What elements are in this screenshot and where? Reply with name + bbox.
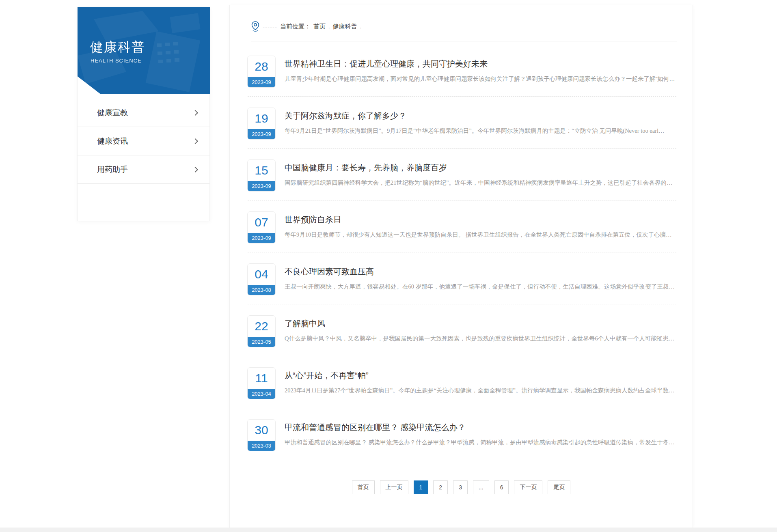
pagination-page-3-button[interactable]: 3 — [453, 480, 468, 494]
pagination-first-button[interactable]: 首页 — [352, 480, 375, 494]
date-day: 04 — [248, 264, 275, 285]
date-year-month: 2023-04 — [248, 389, 275, 399]
article-row[interactable]: 11 2023-04 从“心”开始，不再害“帕” 2023年4月11日是第27个… — [248, 356, 676, 408]
article-row[interactable]: 15 2023-09 中国脑健康月：要长寿，先养脑，养脑度百岁 国际脑研究组织第… — [248, 149, 676, 200]
date-day: 28 — [248, 56, 275, 77]
article-row[interactable]: 28 2023-09 世界精神卫生日：促进儿童心理健康，共同守护美好未来 儿童青… — [248, 45, 676, 97]
date-day: 11 — [248, 368, 275, 389]
date-day: 30 — [248, 420, 275, 441]
pagination-ellipsis-button[interactable]: ... — [473, 480, 489, 494]
article-row[interactable]: 07 2023-09 世界预防自杀日 每年9月10日是教师节，却很少有人知道这一… — [248, 200, 676, 252]
sidebar-title: 健康科普 — [90, 39, 145, 56]
breadcrumb-dashes: ------ — [263, 23, 277, 30]
date-badge: 11 2023-04 — [248, 368, 275, 399]
date-year-month: 2023-08 — [248, 285, 275, 295]
pagination-page-6-button[interactable]: 6 — [494, 480, 509, 494]
article-summary: 儿童青少年时期是心理健康问题高发期，面对常见的儿童心理健康问题家长该如何关注了解… — [285, 75, 676, 83]
main-content: ------ 当前位置： 首页 . 健康科普 . 28 2023-09 世界精神… — [229, 5, 693, 528]
pagination-page-2-button[interactable]: 2 — [433, 480, 448, 494]
chevron-right-icon — [192, 166, 198, 172]
chevron-right-icon — [192, 110, 198, 115]
sidebar-item-label: 健康宣教 — [97, 108, 193, 118]
pagination: 首页 上一页 1 2 3 ... 6 下一页 尾页 — [230, 480, 693, 494]
article-list: 28 2023-09 世界精神卫生日：促进儿童心理健康，共同守护美好未来 儿童青… — [248, 45, 676, 460]
date-year-month: 2023-09 — [248, 181, 275, 191]
date-day: 07 — [248, 212, 275, 233]
breadcrumb: ------ 当前位置： 首页 . 健康科普 . — [230, 5, 693, 33]
article-summary: 每年9月21日是“世界阿尔茨海默病日”。9月17日是“中华老年痴呆防治日”。今年… — [285, 127, 676, 135]
date-badge: 07 2023-09 — [248, 212, 275, 243]
breadcrumb-separator: . — [360, 24, 362, 30]
article-summary: 2023年4月11日是第27个“世界帕金森病日”。今年的主题是“关注心理健康，全… — [285, 387, 676, 394]
breadcrumb-divider — [251, 41, 677, 41]
article-title[interactable]: 了解脑中风 — [285, 318, 676, 329]
article-summary: Q什么是脑中风？中风，又名脑卒中，是我国居民的第一大致死因素，也是致残的重要疾病… — [285, 335, 676, 342]
breadcrumb-label: 当前位置： — [280, 23, 311, 30]
chevron-right-icon — [192, 138, 198, 144]
date-year-month: 2023-03 — [248, 441, 275, 451]
date-year-month: 2023-05 — [248, 337, 275, 347]
date-year-month: 2023-09 — [248, 233, 275, 243]
article-summary: 甲流和普通感冒的区别在哪里？ 感染甲流怎么办？什么是甲流？甲型流感，简称甲流，是… — [285, 439, 676, 446]
date-badge: 19 2023-09 — [248, 108, 275, 139]
article-title[interactable]: 甲流和普通感冒的区别在哪里？ 感染甲流怎么办？ — [285, 422, 676, 433]
article-title[interactable]: 不良心理因素可致血压高 — [285, 266, 676, 277]
article-title[interactable]: 关于阿尔兹海默症，你了解多少？ — [285, 110, 676, 121]
article-summary: 每年9月10日是教师节，却很少有人知道这一天也是世界预防自杀日。 据世界卫生组织… — [285, 231, 676, 239]
breadcrumb-separator: . — [328, 24, 330, 30]
article-title[interactable]: 世界精神卫生日：促进儿童心理健康，共同守护美好未来 — [285, 58, 676, 69]
pagination-page-1-button[interactable]: 1 — [414, 480, 428, 494]
article-title[interactable]: 从“心”开始，不再害“帕” — [285, 370, 676, 381]
date-day: 19 — [248, 108, 275, 129]
article-row[interactable]: 30 2023-03 甲流和普通感冒的区别在哪里？ 感染甲流怎么办？ 甲流和普通… — [248, 408, 676, 460]
article-summary: 国际脑研究组织第四届神经科学大会，把21世纪称为“脑的世纪”。近年来，中国神经系… — [285, 179, 676, 187]
breadcrumb-home-link[interactable]: 首页 — [313, 23, 326, 30]
article-title[interactable]: 世界预防自杀日 — [285, 214, 676, 225]
date-day: 15 — [248, 160, 275, 181]
sidebar-item-health-news[interactable]: 健康资讯 — [78, 127, 209, 155]
date-badge: 15 2023-09 — [248, 160, 275, 191]
sidebar-item-label: 健康资讯 — [97, 136, 193, 146]
sidebar-subtitle: HEALTH SCIENCE — [91, 58, 142, 64]
pagination-next-button[interactable]: 下一页 — [514, 480, 542, 494]
location-pin-icon — [251, 21, 260, 32]
sidebar-item-medication-assistant[interactable]: 用药助手 — [78, 155, 209, 184]
breadcrumb-current-link[interactable]: 健康科普 — [333, 23, 357, 30]
date-badge: 28 2023-09 — [248, 56, 275, 87]
date-badge: 30 2023-03 — [248, 420, 275, 451]
sidebar-menu: 健康宣教 健康资讯 用药助手 — [78, 99, 209, 184]
article-title[interactable]: 中国脑健康月：要长寿，先养脑，养脑度百岁 — [285, 162, 676, 173]
article-row[interactable]: 04 2023-08 不良心理因素可致血压高 王叔一向开朗爽快，大方厚道，很容易… — [248, 252, 676, 304]
sidebar-item-health-education[interactable]: 健康宣教 — [78, 99, 209, 127]
sidebar: 健康科普 HEALTH SCIENCE 健康宣教 健康资讯 用药助手 — [77, 7, 210, 221]
date-badge: 04 2023-08 — [248, 264, 275, 295]
sidebar-item-label: 用药助手 — [97, 164, 193, 175]
article-row[interactable]: 22 2023-05 了解脑中风 Q什么是脑中风？中风，又名脑卒中，是我国居民的… — [248, 304, 676, 356]
pagination-prev-button[interactable]: 上一页 — [380, 480, 408, 494]
footer-strip — [0, 528, 777, 532]
date-badge: 22 2023-05 — [248, 316, 275, 347]
sidebar-banner: 健康科普 HEALTH SCIENCE — [78, 7, 210, 94]
article-summary: 王叔一向开朗爽快，大方厚道，很容易相处。在60 岁那年，他遭遇了一场车祸，命是保… — [285, 283, 676, 291]
date-year-month: 2023-09 — [248, 77, 275, 87]
article-row[interactable]: 19 2023-09 关于阿尔兹海默症，你了解多少？ 每年9月21日是“世界阿尔… — [248, 97, 676, 149]
pagination-last-button[interactable]: 尾页 — [548, 480, 570, 494]
date-year-month: 2023-09 — [248, 129, 275, 139]
date-day: 22 — [248, 316, 275, 337]
